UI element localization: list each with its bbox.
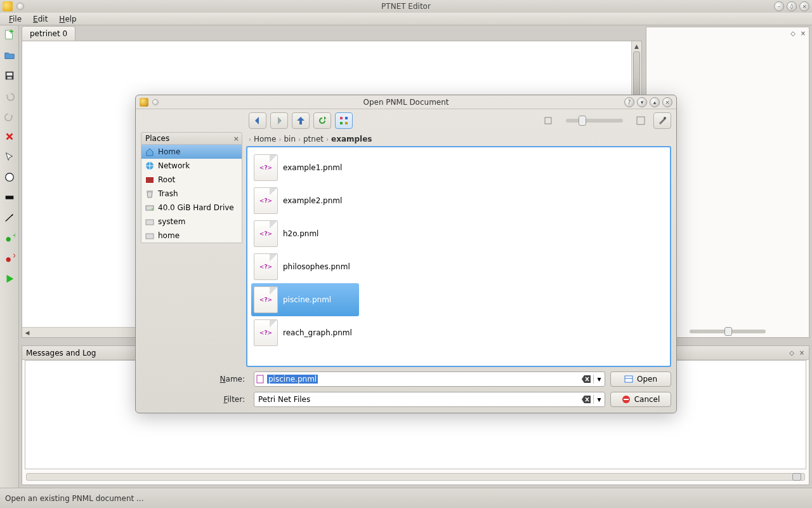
settings-button[interactable] bbox=[653, 112, 671, 129]
view-icons-button[interactable] bbox=[335, 112, 353, 129]
nav-reload-button[interactable] bbox=[313, 112, 331, 129]
add-token-button[interactable]: + bbox=[3, 231, 16, 245]
clear-filter-icon[interactable] bbox=[579, 396, 593, 403]
file-item[interactable]: <?>example2.pnml bbox=[251, 184, 359, 217]
dialog-help-button[interactable]: ? bbox=[624, 97, 634, 107]
root-icon bbox=[145, 175, 154, 184]
places-item-home[interactable]: home bbox=[141, 229, 242, 243]
scroll-up-icon[interactable]: ▲ bbox=[632, 41, 641, 51]
places-header-label: Places bbox=[145, 134, 169, 143]
svg-rect-26 bbox=[257, 375, 263, 383]
name-label: Name: bbox=[141, 375, 249, 384]
dialog-app-icon bbox=[140, 98, 148, 107]
places-item-root[interactable]: Root bbox=[141, 173, 242, 187]
scroll-thumb[interactable] bbox=[633, 51, 640, 96]
svg-rect-24 bbox=[146, 220, 154, 225]
name-input[interactable]: piscine.pnml ▾ bbox=[254, 371, 605, 387]
file-item[interactable]: <?>h2o.pnml bbox=[251, 217, 359, 250]
zoom-in-icon[interactable] bbox=[632, 112, 650, 129]
play-button[interactable] bbox=[3, 272, 16, 286]
close-button[interactable]: × bbox=[799, 1, 809, 11]
file-type-icon bbox=[254, 375, 267, 384]
svg-rect-17 bbox=[637, 117, 645, 124]
dialog-zoom-knob[interactable] bbox=[579, 116, 586, 126]
file-name: piscine.pnml bbox=[283, 295, 331, 304]
menu-file[interactable]: File bbox=[4, 13, 27, 25]
filter-value: Petri Net Files bbox=[258, 395, 579, 404]
open-file-dialog: Open PNML Document ? ▾ ▴ × Places × Home… bbox=[135, 95, 677, 413]
messages-detach-icon[interactable]: ◇ bbox=[787, 348, 796, 357]
menu-help[interactable]: Help bbox=[54, 13, 81, 25]
clear-name-icon[interactable] bbox=[579, 375, 593, 383]
svg-point-23 bbox=[152, 208, 153, 210]
dialog-min-button[interactable]: ▾ bbox=[637, 97, 647, 107]
places-item-network[interactable]: Network bbox=[141, 159, 242, 173]
file-item[interactable]: <?>philosophes.pnml bbox=[251, 250, 359, 283]
zoom-knob[interactable] bbox=[724, 327, 732, 336]
file-name: philosophes.pnml bbox=[283, 262, 350, 271]
messages-close-icon[interactable]: × bbox=[797, 348, 806, 357]
open-doc-button[interactable] bbox=[3, 48, 16, 62]
filter-select[interactable]: Petri Net Files ▾ bbox=[254, 392, 605, 407]
nav-up-button[interactable] bbox=[292, 112, 310, 129]
breadcrumb-ptnet[interactable]: ptnet bbox=[303, 135, 324, 144]
dialog-zoom-slider[interactable] bbox=[566, 119, 623, 123]
panel-close-icon[interactable]: × bbox=[799, 29, 808, 37]
places-item-trash[interactable]: Trash bbox=[141, 187, 242, 201]
nav-forward-button[interactable] bbox=[270, 112, 288, 129]
scroll-left-icon[interactable]: ◀ bbox=[22, 328, 32, 337]
minimize-button[interactable]: – bbox=[774, 1, 784, 11]
name-dropdown-icon[interactable]: ▾ bbox=[593, 375, 605, 384]
status-text: Open an existing PNML document ... bbox=[5, 494, 143, 503]
save-doc-button[interactable] bbox=[3, 69, 16, 83]
places-item-label: Root bbox=[158, 175, 175, 184]
name-value: piscine.pnml bbox=[267, 375, 318, 384]
file-name: reach_graph.pnml bbox=[283, 328, 352, 337]
open-button[interactable]: Open bbox=[610, 371, 671, 387]
file-list[interactable]: <?>example1.pnml<?>example2.pnml<?>h2o.p… bbox=[246, 146, 671, 367]
places-item-40-0-gib-hard-drive[interactable]: 40.0 GiB Hard Drive bbox=[141, 201, 242, 215]
file-name: example1.pnml bbox=[283, 163, 342, 172]
breadcrumb-examples[interactable]: examples bbox=[331, 135, 372, 144]
delete-button[interactable] bbox=[3, 130, 16, 144]
new-doc-button[interactable]: + bbox=[3, 28, 16, 42]
zoom-out-icon[interactable] bbox=[539, 112, 557, 129]
panel-detach-icon[interactable]: ◇ bbox=[789, 29, 797, 37]
file-item[interactable]: <?>example1.pnml bbox=[251, 151, 359, 184]
dialog-close-button[interactable]: × bbox=[662, 97, 672, 107]
folder-icon bbox=[145, 231, 154, 240]
maximize-button[interactable]: ◊ bbox=[787, 1, 797, 11]
tab-petrinet-0[interactable]: petrinet 0 bbox=[22, 26, 75, 41]
breadcrumb-sep-icon: › bbox=[298, 136, 301, 143]
arc-tool-button[interactable] bbox=[3, 211, 16, 225]
menu-edit[interactable]: Edit bbox=[28, 13, 53, 25]
place-tool-button[interactable] bbox=[3, 170, 16, 184]
cancel-button[interactable]: Cancel bbox=[610, 392, 671, 407]
redo-button bbox=[3, 109, 16, 123]
nav-back-button[interactable] bbox=[249, 112, 266, 129]
titlebar-dot-icon bbox=[16, 3, 24, 10]
places-item-system[interactable]: system bbox=[141, 215, 242, 229]
pnml-file-icon: <?> bbox=[254, 220, 278, 247]
pnml-file-icon: <?> bbox=[254, 253, 278, 280]
places-item-home[interactable]: Home bbox=[141, 145, 242, 159]
transition-tool-button[interactable] bbox=[3, 190, 16, 204]
filter-dropdown-icon[interactable]: ▾ bbox=[593, 395, 605, 404]
breadcrumb-bin[interactable]: bin bbox=[284, 135, 296, 144]
file-item[interactable]: <?>reach_graph.pnml bbox=[251, 316, 359, 349]
remove-token-button[interactable]: × bbox=[3, 251, 16, 265]
pointer-tool-button[interactable] bbox=[3, 150, 16, 164]
zoom-slider[interactable] bbox=[690, 330, 766, 333]
dialog-max-button[interactable]: ▴ bbox=[650, 97, 660, 107]
breadcrumb-home[interactable]: Home bbox=[254, 135, 276, 144]
svg-rect-13 bbox=[345, 117, 348, 119]
places-item-label: home bbox=[158, 231, 180, 240]
svg-rect-12 bbox=[340, 117, 343, 119]
places-item-label: Home bbox=[158, 147, 180, 156]
places-close-icon[interactable]: × bbox=[233, 135, 239, 143]
breadcrumb-sep-icon: › bbox=[326, 136, 329, 143]
file-item[interactable]: <?>piscine.pnml bbox=[251, 283, 359, 316]
svg-rect-25 bbox=[146, 234, 154, 239]
messages-scroll[interactable] bbox=[26, 473, 805, 481]
drive-icon bbox=[145, 203, 154, 212]
